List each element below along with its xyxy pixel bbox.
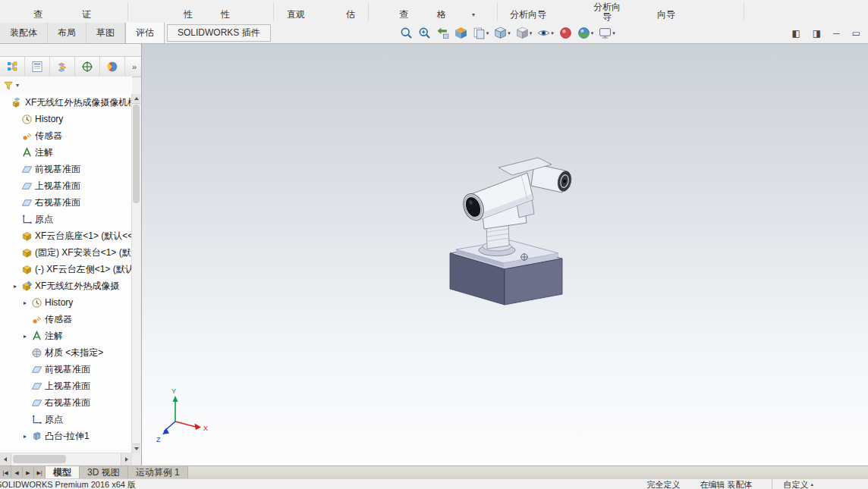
plane-icon: [31, 381, 42, 392]
sheet-tab-1[interactable]: 3D 视图: [80, 466, 128, 479]
tree-item[interactable]: (固定) XF安装台<1> (默: [0, 244, 132, 261]
dropdown-caret-icon[interactable]: ▾: [612, 30, 615, 36]
vertical-scroll-thumb[interactable]: [133, 105, 140, 203]
zoom-to-area-button[interactable]: [418, 27, 431, 39]
app-version-label: SOLIDWORKS Premium 2016 x64 版: [0, 479, 136, 489]
status-bar: SOLIDWORKS Premium 2016 x64 版 完全定义在编辑 装配…: [0, 478, 868, 489]
filter-funnel-icon[interactable]: [3, 80, 14, 91]
tree-item[interactable]: XF无线红外热成像摄像机模块: [0, 94, 132, 111]
annotation-visibility-button[interactable]: ▾: [473, 27, 489, 39]
ribbon-button-label: 查: [399, 8, 408, 21]
tree-item[interactable]: 传感器: [0, 127, 132, 144]
model-3d-view: Y X Z: [142, 44, 868, 465]
tree-item[interactable]: 原点: [0, 411, 132, 428]
ribbon-button-label: 估: [346, 8, 355, 21]
expand-arrow-icon[interactable]: ▸: [21, 299, 29, 306]
restore-icon[interactable]: ▭: [852, 28, 860, 39]
scroll-down-button[interactable]: [132, 444, 140, 453]
display-style-button[interactable]: ▾: [516, 27, 533, 39]
expand-arrow-icon[interactable]: ▸: [11, 283, 19, 290]
tree-item[interactable]: ▸凸台-拉伸1: [0, 428, 132, 444]
scroll-right-button[interactable]: [121, 453, 132, 465]
horizontal-scroll-track[interactable]: [11, 453, 121, 465]
view-orientation-button[interactable]: ▾: [494, 27, 511, 39]
configurationmanager-tab[interactable]: [50, 57, 75, 77]
dropdown-caret-icon[interactable]: ▾: [551, 30, 554, 36]
part-icon: [21, 264, 33, 275]
horizontal-scroll-thumb[interactable]: [13, 455, 66, 463]
apply-scene-button[interactable]: ▾: [577, 27, 594, 39]
dropdown-caret-icon[interactable]: ▴: [810, 481, 813, 487]
pane-left-icon[interactable]: ◧: [791, 28, 800, 39]
sheet-nav-button-1[interactable]: ◀: [11, 466, 23, 479]
featuremanager-tree-tab[interactable]: [0, 57, 25, 77]
ribbon-button-label: 性: [221, 8, 230, 21]
scroll-up-button[interactable]: [132, 94, 140, 104]
tree-item[interactable]: 传感器: [0, 311, 132, 328]
tree-horizontal-scrollbar[interactable]: [0, 453, 132, 465]
annotations-icon: [21, 147, 33, 158]
graphics-viewport[interactable]: Y X Z: [142, 44, 868, 465]
hide-show-items-button[interactable]: ▾: [537, 27, 554, 39]
dropdown-caret-icon[interactable]: ▾: [508, 30, 511, 36]
window-pane-controls: ◧◨─▭: [791, 23, 868, 43]
tree-item[interactable]: History: [0, 111, 132, 127]
tree-item[interactable]: 上视基准面: [0, 378, 132, 394]
ribbon-button-label: 向导: [657, 8, 675, 21]
tree-filter-row[interactable]: ▾: [0, 77, 132, 95]
tree-item[interactable]: 前视基准面: [0, 161, 132, 177]
filter-caret-icon[interactable]: ▾: [16, 82, 19, 89]
tree-item[interactable]: 材质 <未指定>: [0, 344, 132, 361]
dropdown-caret-icon[interactable]: ▾: [486, 30, 489, 36]
sheets-icon: [473, 27, 486, 39]
displaymanager-tab[interactable]: [100, 57, 125, 77]
dimxpertmanager-tab[interactable]: [75, 57, 100, 77]
command-tab-2[interactable]: 草图: [86, 23, 125, 43]
sheet-nav-button-2[interactable]: ▶: [23, 466, 34, 479]
tree-item[interactable]: XF云台底座<1> (默认<<: [0, 227, 132, 244]
tree-item-label: 前视基准面: [35, 163, 80, 176]
ribbon-strip: 查证性性直观估查格▾分析向导分析向导向导: [0, 0, 868, 24]
plane-icon: [21, 164, 33, 175]
sheet-nav-button-0[interactable]: |◀: [0, 466, 11, 479]
view-settings-button[interactable]: ▾: [599, 27, 615, 39]
sheet-tab-0[interactable]: 模型: [46, 466, 80, 479]
tree-vertical-scrollbar[interactable]: [131, 94, 141, 453]
customize-menu[interactable]: 自定义▴: [772, 479, 813, 489]
zoom-to-fit-button[interactable]: [400, 27, 413, 39]
command-tab-1[interactable]: 布局: [48, 23, 86, 43]
scroll-left-button[interactable]: [0, 453, 11, 465]
previous-view-button[interactable]: [436, 27, 449, 39]
sheet-nav-button-3[interactable]: ▶|: [34, 466, 46, 479]
command-tab-4[interactable]: SOLIDWORKS 插件: [167, 24, 271, 42]
command-tab-3[interactable]: 评估: [125, 23, 165, 43]
tree-item[interactable]: ▸XF无线红外热成像摄: [0, 277, 132, 294]
ribbon-button-label: 查: [33, 8, 42, 21]
triad-x-label: X: [203, 425, 208, 432]
expand-arrow-icon[interactable]: ▸: [21, 433, 29, 440]
tree-item[interactable]: 原点: [0, 211, 132, 227]
dropdown-caret-icon[interactable]: ▾: [530, 30, 533, 36]
panel-chevron-icon[interactable]: »: [127, 57, 141, 77]
tree-item[interactable]: ▸注解: [0, 328, 132, 344]
minimize-icon[interactable]: ─: [833, 28, 840, 39]
tree-item[interactable]: ▸History: [0, 294, 132, 311]
propertymanager-tab[interactable]: [25, 57, 50, 77]
expand-arrow-icon[interactable]: ▸: [21, 333, 29, 340]
pane-right-icon[interactable]: ◨: [813, 28, 821, 39]
magnifier-plus-icon: [418, 27, 431, 39]
tree-item[interactable]: 右视基准面: [0, 194, 132, 211]
tree-item[interactable]: (-) XF云台左侧<1> (默认: [0, 261, 132, 277]
dropdown-caret-icon[interactable]: ▾: [591, 30, 594, 36]
edit-appearance-button[interactable]: [559, 27, 572, 39]
tree-item[interactable]: 注解: [0, 144, 132, 161]
tree-item[interactable]: 前视基准面: [0, 361, 132, 378]
tree-item[interactable]: 右视基准面: [0, 394, 132, 411]
section-view-button[interactable]: [454, 27, 467, 39]
tree-item[interactable]: 上视基准面: [0, 177, 132, 194]
part-icon: [21, 230, 33, 242]
down-arrow-icon: [134, 447, 139, 450]
sheet-tab-2[interactable]: 运动算例 1: [128, 466, 188, 479]
command-tab-0[interactable]: 装配体: [0, 23, 48, 43]
ribbon-button-label: 性: [184, 8, 193, 21]
